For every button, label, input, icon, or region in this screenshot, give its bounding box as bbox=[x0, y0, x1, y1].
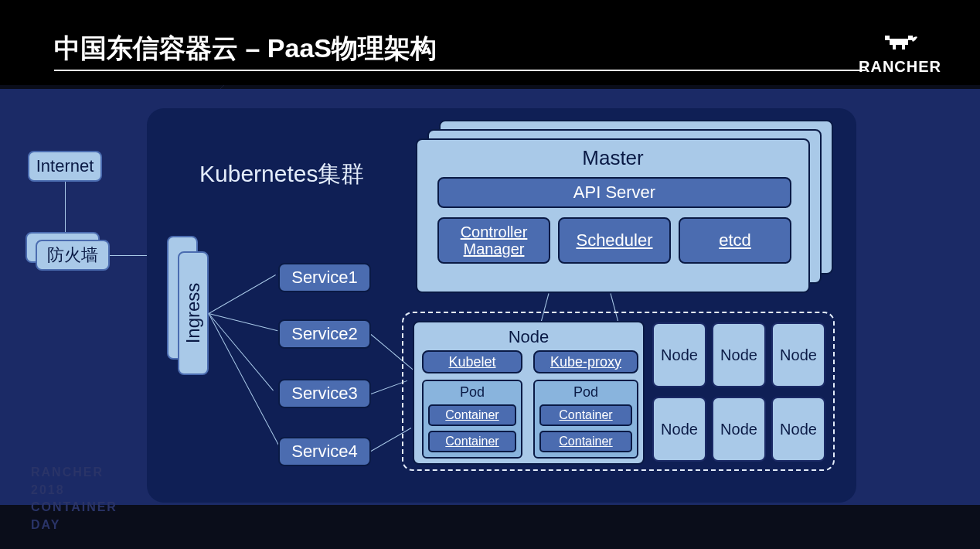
pod1-label: Pod bbox=[424, 384, 521, 401]
etcd-box: etcd bbox=[679, 217, 791, 264]
watermark: RANCHER 2018 CONTAINER DAY bbox=[31, 464, 117, 534]
page-title: 中国东信容器云 – PaaS物理架构 bbox=[54, 31, 437, 66]
pod1-box: Pod Container Container bbox=[422, 380, 522, 459]
node-small-2: Node bbox=[712, 322, 766, 387]
master-stack: Master API Server Controller Manager Sch… bbox=[416, 120, 833, 282]
pod1-container1: Container bbox=[428, 404, 516, 426]
service2-box: Service2 bbox=[278, 319, 371, 349]
node-small-5: Node bbox=[712, 397, 766, 462]
ingress-box: Ingress bbox=[178, 251, 209, 375]
pod2-label: Pod bbox=[535, 384, 637, 401]
node-small-4: Node bbox=[652, 397, 706, 462]
service3-box: Service3 bbox=[278, 379, 371, 408]
master-title: Master bbox=[417, 146, 808, 170]
firewall-box: 防火墙 bbox=[36, 240, 110, 271]
api-server-box: API Server bbox=[437, 177, 791, 208]
title-underline bbox=[54, 70, 866, 71]
slide-header: 中国东信容器云 – PaaS物理架构 RANCHER bbox=[0, 0, 980, 85]
rancher-logo: RANCHER bbox=[859, 31, 941, 76]
internet-box: Internet bbox=[28, 151, 102, 182]
node-small-1: Node bbox=[652, 322, 706, 387]
cluster-label: Kubernetes集群 bbox=[199, 159, 364, 190]
kube-proxy-box: Kube-proxy bbox=[533, 350, 638, 373]
node-area: Node Kubelet Kube-proxy Pod Container Co… bbox=[402, 312, 835, 471]
pod1-container2: Container bbox=[428, 431, 516, 452]
kubelet-box: Kubelet bbox=[422, 350, 522, 373]
master-box: Master API Server Controller Manager Sch… bbox=[416, 138, 810, 293]
brand-name: RANCHER bbox=[859, 58, 941, 76]
node-small-6: Node bbox=[771, 397, 825, 462]
node-title: Node bbox=[414, 327, 643, 347]
cow-icon bbox=[859, 31, 941, 58]
diagram-canvas: Internet 防火墙 Kubernetes集群 Ingress Servic… bbox=[0, 89, 980, 505]
node-detail-box: Node Kubelet Kube-proxy Pod Container Co… bbox=[413, 321, 645, 465]
service1-box: Service1 bbox=[278, 263, 371, 292]
pod2-container2: Container bbox=[539, 431, 632, 452]
node-small-3: Node bbox=[771, 322, 825, 387]
controller-manager-box: Controller Manager bbox=[437, 217, 550, 264]
pod2-container1: Container bbox=[539, 404, 632, 426]
scheduler-box: Scheduler bbox=[558, 217, 671, 264]
pod2-box: Pod Container Container bbox=[533, 380, 638, 459]
service4-box: Service4 bbox=[278, 437, 371, 466]
